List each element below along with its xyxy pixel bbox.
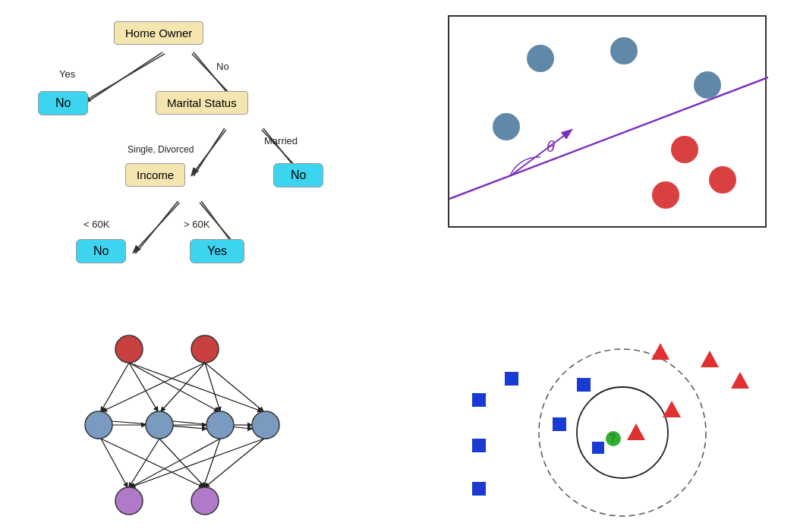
no-right-node: No <box>273 163 323 187</box>
svg-point-16 <box>610 37 638 65</box>
svg-point-50 <box>191 487 219 515</box>
svg-line-36 <box>131 439 264 487</box>
svg-line-37 <box>205 439 264 487</box>
gt60k-label: > 60K <box>184 219 209 230</box>
svg-point-49 <box>115 487 143 515</box>
knn-diagram: ? <box>448 326 767 524</box>
yes-bottom-node: Yes <box>190 239 244 263</box>
svg-point-43 <box>115 335 143 363</box>
svg-rect-58 <box>553 417 566 431</box>
svg-marker-61 <box>731 372 749 389</box>
svg-line-8 <box>192 130 226 175</box>
svg-point-15 <box>527 45 554 72</box>
lt60k-label: < 60K <box>83 219 109 230</box>
svg-line-31 <box>101 439 203 487</box>
decision-tree: Home Owner Yes No No Marital Status Sing… <box>15 8 380 326</box>
marital-status-node: Marital Status <box>156 91 248 115</box>
svg-text:θ: θ <box>547 138 555 155</box>
svg-line-13 <box>510 131 571 176</box>
svg-point-20 <box>709 166 736 194</box>
svg-point-18 <box>493 113 520 140</box>
svg-line-0 <box>85 52 162 103</box>
married-label: Married <box>264 135 298 146</box>
svg-point-44 <box>191 335 219 363</box>
no-branch-label-top: No <box>216 61 229 72</box>
svg-line-6 <box>83 54 165 102</box>
income-node: Income <box>125 163 185 187</box>
svg-point-21 <box>652 181 679 209</box>
neural-network-diagram <box>38 326 311 524</box>
svg-line-2 <box>194 128 225 176</box>
svg-text:?: ? <box>609 432 616 445</box>
svg-point-51 <box>539 349 706 516</box>
svg-line-24 <box>129 363 219 411</box>
svg-marker-59 <box>651 343 669 360</box>
svg-rect-54 <box>472 439 486 452</box>
yes-branch-label: Yes <box>59 68 75 80</box>
svg-line-10 <box>134 203 179 252</box>
no-bottom-node: No <box>76 239 126 263</box>
svg-line-22 <box>101 363 129 411</box>
svg-point-46 <box>146 411 173 439</box>
svg-line-30 <box>101 439 128 487</box>
svg-point-45 <box>85 411 112 439</box>
home-owner-node: Home Owner <box>114 21 203 45</box>
svg-rect-56 <box>505 372 518 386</box>
svg-marker-60 <box>701 351 719 367</box>
svg-point-48 <box>252 411 279 439</box>
svg-rect-53 <box>472 393 486 407</box>
svg-rect-57 <box>577 378 591 392</box>
svg-rect-66 <box>592 442 604 454</box>
svg-marker-62 <box>663 401 681 417</box>
svg-point-17 <box>694 71 721 99</box>
svg-line-27 <box>161 363 205 411</box>
no-left-node: No <box>38 91 88 115</box>
svg-line-4 <box>135 201 178 253</box>
svg-line-25 <box>129 363 262 411</box>
svg-point-52 <box>577 387 668 478</box>
svg-point-19 <box>671 136 698 163</box>
svg-line-28 <box>205 363 220 411</box>
svg-point-47 <box>206 411 234 439</box>
single-divorced-label: Single, Divorced <box>128 144 194 155</box>
svg-rect-55 <box>472 482 486 496</box>
svg-marker-63 <box>627 423 645 440</box>
svg-line-29 <box>205 363 263 411</box>
svm-diagram: θ <box>448 15 767 228</box>
